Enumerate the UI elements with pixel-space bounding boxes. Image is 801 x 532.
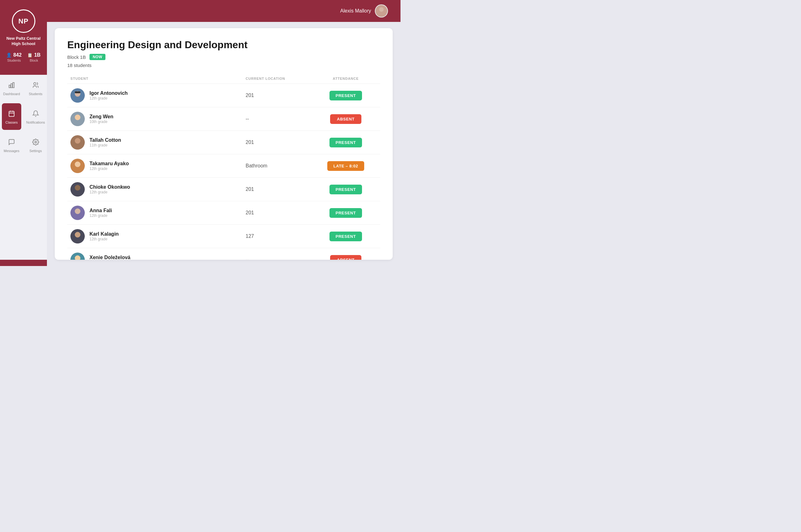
logo-initials: NP xyxy=(18,17,29,25)
classes-label: Classes xyxy=(5,120,18,124)
students-label: Students xyxy=(29,92,42,96)
student-location: 201 xyxy=(246,210,314,216)
student-location: 201 xyxy=(246,187,314,192)
attendance-badge: LATE – 8:02 xyxy=(327,161,364,171)
main-area: Alexis Mallory Engineering Design and De… xyxy=(47,0,400,266)
attendance-cell: PRESENT xyxy=(314,208,377,218)
svg-rect-14 xyxy=(75,91,80,93)
sidebar-item-notifications[interactable]: Notifications xyxy=(23,101,48,132)
attendance-cell: PRESENT xyxy=(314,232,377,241)
sidebar-item-dashboard[interactable]: Dashboard xyxy=(0,75,23,101)
messages-icon xyxy=(8,139,15,147)
attendance-cell: PRESENT xyxy=(314,91,377,100)
student-info: Tallah Cotton 11th grade xyxy=(71,135,246,150)
student-grade: 12th grade xyxy=(90,167,129,171)
student-grade: 12th grade xyxy=(90,237,119,241)
table-header: STUDENT CURRENT LOCATION ATTENDANCE xyxy=(67,77,380,84)
svg-point-8 xyxy=(35,141,37,143)
student-location: 127 xyxy=(246,233,314,239)
table-row[interactable]: Chioke Okonkwo 12th grade 201 PRESENT xyxy=(67,178,380,201)
svg-point-29 xyxy=(75,208,80,214)
sidebar: NP New Paltz Central High School 👤 842 S… xyxy=(0,0,47,266)
student-name: Anna Fali xyxy=(90,208,112,213)
attendance-badge: PRESENT xyxy=(329,208,362,218)
student-info: Igor Antonovich 12th grade xyxy=(71,88,246,103)
students-nav-icon xyxy=(32,82,39,90)
svg-point-3 xyxy=(34,83,36,85)
students-stat: 👤 842 Students xyxy=(6,52,22,62)
svg-rect-1 xyxy=(11,83,13,88)
svg-point-10 xyxy=(379,7,384,12)
user-name: Alexis Mallory xyxy=(340,8,371,14)
stats-row: 👤 842 Students 📋 1B Block xyxy=(6,52,40,62)
table-row[interactable]: Karl Kalagin 12th grade 127 PRESENT xyxy=(67,225,380,248)
student-grade: 12th grade xyxy=(90,96,128,100)
svg-point-20 xyxy=(75,138,80,144)
attendance-badge: PRESENT xyxy=(329,232,362,241)
student-location: -- xyxy=(246,116,314,122)
attendance-badge: PRESENT xyxy=(329,91,362,100)
student-avatar xyxy=(71,88,85,103)
student-name: Xenie Doleželová xyxy=(90,255,131,260)
attendance-badge: PRESENT xyxy=(329,138,362,147)
student-name: Takamaru Ayako xyxy=(90,161,129,167)
students-count: 842 xyxy=(13,52,22,58)
student-name: Zeng Wen xyxy=(90,114,113,119)
student-info: Takamaru Ayako 12th grade xyxy=(71,159,246,173)
dashboard-label: Dashboard xyxy=(3,92,20,96)
students-icon: 👤 xyxy=(6,53,12,58)
classes-icon xyxy=(8,110,15,119)
attendance-badge: ABSENT xyxy=(330,255,361,260)
svg-point-17 xyxy=(75,115,80,120)
block-label: Block 1B xyxy=(67,54,86,60)
sidebar-nav: Dashboard Students Classes xyxy=(0,75,47,260)
col-student: STUDENT xyxy=(71,77,246,80)
student-grade: 11th grade xyxy=(90,143,121,147)
school-logo: NP xyxy=(12,10,35,33)
content-area: Engineering Design and Development Block… xyxy=(47,22,400,266)
now-badge: NOW xyxy=(90,54,106,60)
table-row[interactable]: Zeng Wen 10th grade -- ABSENT xyxy=(67,107,380,131)
student-name: Tallah Cotton xyxy=(90,137,121,143)
table-row[interactable]: Xenie Doleželová 12th grade -- ABSENT xyxy=(67,248,380,260)
sidebar-item-settings[interactable]: Settings xyxy=(23,132,48,158)
sidebar-item-students[interactable]: Students xyxy=(23,75,48,101)
student-avatar xyxy=(71,229,85,244)
student-info: Chioke Okonkwo 12th grade xyxy=(71,182,246,196)
table-row[interactable]: Igor Antonovich 12th grade 201 PRESENT xyxy=(67,84,380,107)
notifications-label: Notifications xyxy=(26,120,45,124)
student-avatar xyxy=(71,135,85,150)
student-name: Chioke Okonkwo xyxy=(90,184,130,190)
attendance-cell: LATE – 8:02 xyxy=(314,161,377,171)
student-location: 201 xyxy=(246,139,314,145)
student-info: Karl Kalagin 12th grade xyxy=(71,229,246,244)
student-info: Xenie Doleželová 12th grade xyxy=(71,252,246,260)
class-title: Engineering Design and Development xyxy=(67,39,380,51)
table-row[interactable]: Anna Fali 12th grade 201 PRESENT xyxy=(67,201,380,225)
student-avatar xyxy=(71,159,85,173)
block-stat: 📋 1B Block xyxy=(27,52,40,62)
svg-rect-0 xyxy=(9,85,11,88)
attendance-badge: PRESENT xyxy=(329,185,362,194)
col-attendance: ATTENDANCE xyxy=(314,77,377,80)
table-row[interactable]: Tallah Cotton 11th grade 201 PRESENT xyxy=(67,131,380,154)
sidebar-item-classes[interactable]: Classes xyxy=(2,103,21,130)
class-card: Engineering Design and Development Block… xyxy=(55,28,393,260)
svg-point-26 xyxy=(75,185,80,191)
attendance-cell: PRESENT xyxy=(314,185,377,194)
sidebar-item-messages[interactable]: Messages xyxy=(0,132,23,158)
block-icon: 📋 xyxy=(27,53,33,58)
avatar xyxy=(375,4,388,18)
table-row[interactable]: Takamaru Ayako 12th grade Bathroom LATE … xyxy=(67,154,380,178)
logo-area: NP New Paltz Central High School 👤 842 S… xyxy=(3,0,43,75)
svg-point-32 xyxy=(75,232,80,238)
dashboard-icon xyxy=(8,82,15,90)
svg-point-23 xyxy=(75,162,80,167)
school-name: New Paltz Central High School xyxy=(6,36,40,46)
student-grade: 12th grade xyxy=(90,213,112,218)
student-name: Igor Antonovich xyxy=(90,91,128,96)
block-value: 1B xyxy=(34,52,40,58)
settings-icon xyxy=(32,139,39,147)
messages-label: Messages xyxy=(4,149,19,153)
student-grade: 10th grade xyxy=(90,119,113,124)
